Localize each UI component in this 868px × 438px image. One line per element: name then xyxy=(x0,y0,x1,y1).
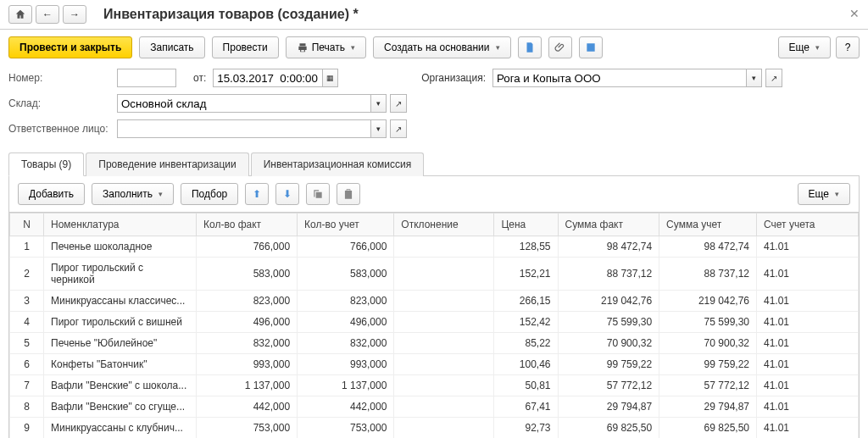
cell-qa[interactable]: 993,000 xyxy=(298,354,394,375)
cell-n[interactable]: 1 xyxy=(10,236,44,258)
structure-button[interactable] xyxy=(579,36,603,58)
org-dropdown[interactable]: ▾ xyxy=(747,69,762,87)
tab-goods[interactable]: Товары (9) xyxy=(8,152,84,176)
close-button[interactable]: ✕ xyxy=(849,7,860,20)
cell-sf[interactable]: 57 772,12 xyxy=(558,375,659,396)
cell-acc[interactable]: 41.01 xyxy=(757,375,859,396)
cell-n[interactable]: 4 xyxy=(10,312,44,333)
cell-sa[interactable]: 219 042,76 xyxy=(659,291,757,312)
cell-dev[interactable] xyxy=(394,291,494,312)
warehouse-input[interactable] xyxy=(117,94,371,113)
org-input[interactable] xyxy=(492,69,747,87)
cell-qa[interactable]: 832,000 xyxy=(298,333,394,354)
cell-acc[interactable]: 41.01 xyxy=(757,312,859,333)
forward-button[interactable]: → xyxy=(63,5,86,24)
cell-qf[interactable]: 496,000 xyxy=(197,312,298,333)
cell-n[interactable]: 6 xyxy=(10,354,44,375)
move-up-button[interactable]: ⬆ xyxy=(245,183,269,205)
cell-qf[interactable]: 766,000 xyxy=(197,236,298,258)
warehouse-dropdown[interactable]: ▾ xyxy=(371,94,387,113)
cell-n[interactable]: 3 xyxy=(10,291,44,312)
cell-n[interactable]: 8 xyxy=(10,396,44,418)
move-down-button[interactable]: ⬇ xyxy=(275,183,299,205)
cell-sf[interactable]: 98 472,74 xyxy=(558,236,659,258)
cell-qa[interactable]: 496,000 xyxy=(298,312,394,333)
cell-sa[interactable]: 57 772,12 xyxy=(659,375,757,396)
tab-commission[interactable]: Инвентаризационная комиссия xyxy=(251,152,425,176)
col-name[interactable]: Номенклатура xyxy=(44,213,197,236)
save-button[interactable]: Записать xyxy=(139,36,204,58)
cell-price[interactable]: 266,15 xyxy=(494,291,558,312)
cell-price[interactable]: 50,81 xyxy=(494,375,558,396)
cell-dev[interactable] xyxy=(394,333,494,354)
cell-sa[interactable]: 98 472,74 xyxy=(659,236,757,258)
table-row[interactable]: 2Пирог тирольский с черникой583,000583,0… xyxy=(10,258,859,291)
cell-qf[interactable]: 993,000 xyxy=(197,354,298,375)
cell-n[interactable]: 9 xyxy=(10,418,44,439)
cell-qf[interactable]: 823,000 xyxy=(197,291,298,312)
back-button[interactable]: ← xyxy=(36,5,59,24)
fill-button[interactable]: Заполнить xyxy=(92,183,174,205)
table-row[interactable]: 9Миникруассаны с клубнич...753,000753,00… xyxy=(10,418,859,439)
cell-sf[interactable]: 70 900,32 xyxy=(558,333,659,354)
cell-name[interactable]: Печенье шоколадное xyxy=(44,236,197,258)
table-row[interactable]: 8Вафли "Венские" со сгуще...442,000442,0… xyxy=(10,396,859,418)
cell-price[interactable]: 92,73 xyxy=(494,418,558,439)
cell-price[interactable]: 67,41 xyxy=(494,396,558,418)
cell-sa[interactable]: 99 759,22 xyxy=(659,354,757,375)
cell-dev[interactable] xyxy=(394,396,494,418)
post-and-close-button[interactable]: Провести и закрыть xyxy=(8,36,132,58)
cell-n[interactable]: 2 xyxy=(10,258,44,291)
cell-dev[interactable] xyxy=(394,258,494,291)
table-row[interactable]: 4Пирог тирольский с вишней496,000496,000… xyxy=(10,312,859,333)
table-row[interactable]: 6Конфеты "Батончик"993,000993,000100,469… xyxy=(10,354,859,375)
cell-sf[interactable]: 29 794,87 xyxy=(558,396,659,418)
cell-sf[interactable]: 69 825,50 xyxy=(558,418,659,439)
cell-qf[interactable]: 442,000 xyxy=(197,396,298,418)
cell-name[interactable]: Миникруассаны классичес... xyxy=(44,291,197,312)
cell-sa[interactable]: 88 737,12 xyxy=(659,258,757,291)
cell-sa[interactable]: 69 825,50 xyxy=(659,418,757,439)
col-qty-acc[interactable]: Кол-во учет xyxy=(298,213,394,236)
copy-button[interactable] xyxy=(306,183,330,205)
tab-inventory[interactable]: Проведение инвентаризации xyxy=(86,152,248,176)
cell-dev[interactable] xyxy=(394,375,494,396)
cell-acc[interactable]: 41.01 xyxy=(757,333,859,354)
date-picker-button[interactable]: ▦ xyxy=(323,69,338,87)
help-button[interactable]: ? xyxy=(836,36,860,58)
cell-price[interactable]: 152,42 xyxy=(494,312,558,333)
cell-dev[interactable] xyxy=(394,354,494,375)
paste-button[interactable] xyxy=(337,183,360,205)
col-account[interactable]: Счет учета xyxy=(757,213,859,236)
attach-button[interactable] xyxy=(548,36,572,58)
cell-qf[interactable]: 1 137,000 xyxy=(197,375,298,396)
report-button[interactable] xyxy=(518,36,542,58)
cell-qf[interactable]: 753,000 xyxy=(197,418,298,439)
cell-name[interactable]: Конфеты "Батончик" xyxy=(44,354,197,375)
select-button[interactable]: Подбор xyxy=(181,183,238,205)
cell-acc[interactable]: 41.01 xyxy=(757,418,859,439)
number-input[interactable] xyxy=(117,69,176,87)
cell-price[interactable]: 85,22 xyxy=(494,333,558,354)
cell-qa[interactable]: 442,000 xyxy=(298,396,394,418)
cell-dev[interactable] xyxy=(394,418,494,439)
cell-sa[interactable]: 70 900,32 xyxy=(659,333,757,354)
col-qty-fact[interactable]: Кол-во факт xyxy=(197,213,298,236)
cell-name[interactable]: Вафли "Венские" с шокола... xyxy=(44,375,197,396)
cell-name[interactable]: Миникруассаны с клубнич... xyxy=(44,418,197,439)
org-open-button[interactable]: ↗ xyxy=(765,69,782,87)
col-n[interactable]: N xyxy=(10,213,44,236)
cell-qf[interactable]: 832,000 xyxy=(197,333,298,354)
responsible-input[interactable] xyxy=(117,119,371,138)
cell-sf[interactable]: 99 759,22 xyxy=(558,354,659,375)
more-button[interactable]: Еще xyxy=(778,36,831,58)
col-sum-acc[interactable]: Сумма учет xyxy=(659,213,757,236)
post-button[interactable]: Провести xyxy=(212,36,279,58)
responsible-open-button[interactable]: ↗ xyxy=(390,119,407,138)
cell-price[interactable]: 152,21 xyxy=(494,258,558,291)
print-button[interactable]: Печать xyxy=(286,36,366,58)
cell-n[interactable]: 5 xyxy=(10,333,44,354)
cell-sf[interactable]: 75 599,30 xyxy=(558,312,659,333)
cell-name[interactable]: Печенье "Юбилейное" xyxy=(44,333,197,354)
cell-acc[interactable]: 41.01 xyxy=(757,236,859,258)
